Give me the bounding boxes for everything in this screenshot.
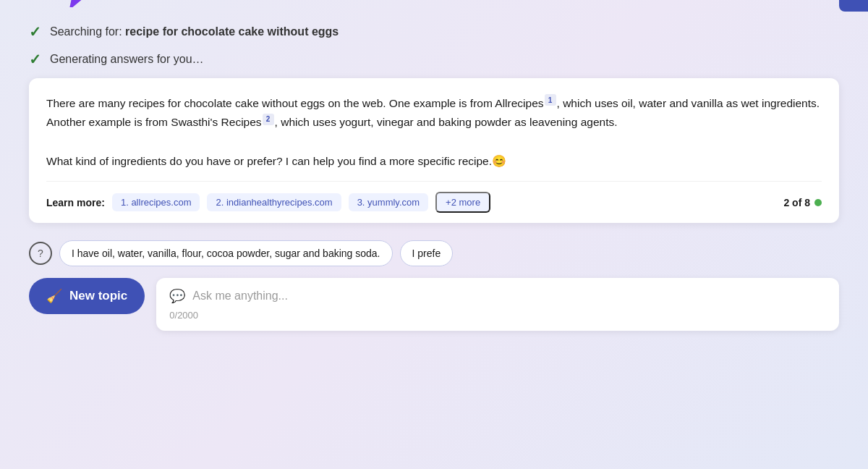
top-right-button[interactable] xyxy=(839,0,868,12)
status-dot xyxy=(814,199,822,206)
question-icon: ? xyxy=(29,242,52,265)
answer-card: There are many recipes for chocolate cak… xyxy=(29,78,839,223)
char-count: 0/2000 xyxy=(169,310,826,321)
more-badge[interactable]: +2 more xyxy=(435,192,490,213)
input-area: 💬 Ask me anything... 0/2000 xyxy=(156,278,839,331)
emoji: 😊 xyxy=(492,155,506,167)
learn-more-link-2[interactable]: 2. indianhealthyrecipes.com xyxy=(207,193,341,211)
input-placeholder: Ask me anything... xyxy=(192,290,288,303)
learn-more-link-1[interactable]: 1. allrecipes.com xyxy=(112,193,200,211)
broom-icon: 🧹 xyxy=(46,288,62,304)
answer-body: There are many recipes for chocolate cak… xyxy=(46,94,822,171)
new-topic-label: New topic xyxy=(69,289,127,303)
status-line-1: ✓ Searching for: recipe for chocolate ca… xyxy=(29,23,839,41)
learn-more-label: Learn more: xyxy=(46,197,105,208)
arrow-indicator xyxy=(58,0,130,7)
learn-more-bar: Learn more: 1. allrecipes.com 2. indianh… xyxy=(46,181,822,223)
status-text-1: Searching for: recipe for chocolate cake… xyxy=(50,25,339,38)
status-text-2: Generating answers for you… xyxy=(50,53,204,66)
suggestion-chip-1[interactable]: I have oil, water, vanilla, flour, cocoa… xyxy=(59,240,393,266)
sup-2: 2 xyxy=(263,114,274,125)
learn-more-link-3[interactable]: 3. yummly.com xyxy=(349,193,428,211)
status-line-2: ✓ Generating answers for you… xyxy=(29,51,839,68)
sup-1: 1 xyxy=(545,94,556,106)
input-row: 💬 Ask me anything... xyxy=(169,288,826,304)
new-topic-button[interactable]: 🧹 New topic xyxy=(29,278,145,314)
page-count: 2 of 8 xyxy=(783,197,822,208)
chat-icon: 💬 xyxy=(169,288,185,304)
bottom-area: 🧹 New topic 💬 Ask me anything... 0/2000 xyxy=(29,278,839,331)
check-icon-2: ✓ xyxy=(29,51,41,68)
suggestion-chip-2[interactable]: I prefe xyxy=(400,240,454,266)
check-icon-1: ✓ xyxy=(29,23,41,41)
suggestions-area: ? I have oil, water, vanilla, flour, coc… xyxy=(29,240,839,266)
